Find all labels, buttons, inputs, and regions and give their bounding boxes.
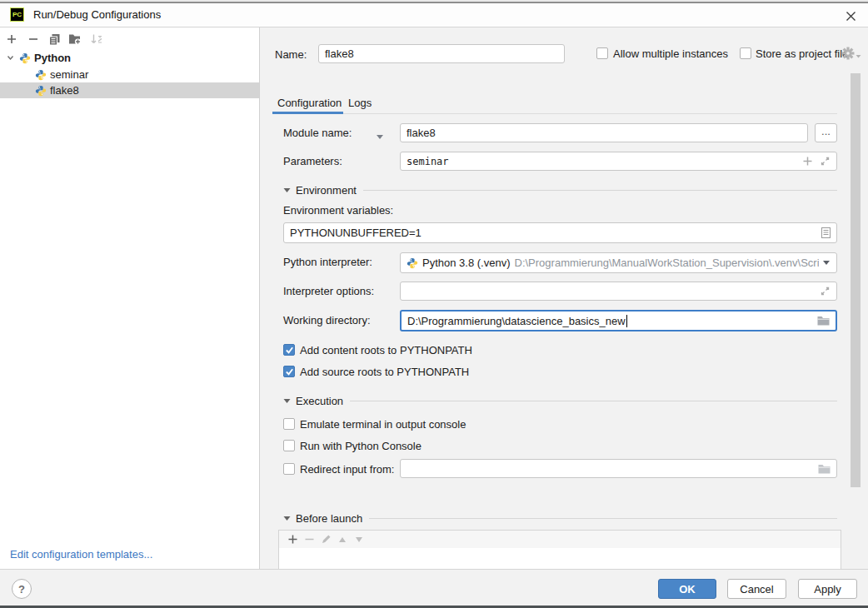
- collapse-triangle-icon: [283, 187, 291, 193]
- move-task-up-button[interactable]: [334, 533, 351, 546]
- section-title: Execution: [296, 395, 343, 407]
- interpreter-options-input[interactable]: [400, 282, 837, 301]
- interpreter-options-label: Interpreter options:: [283, 285, 374, 297]
- configurations-sidebar: Python seminar f: [0, 27, 260, 569]
- chevron-down-icon: [376, 134, 384, 140]
- apply-button[interactable]: Apply: [798, 579, 857, 599]
- section-divider: [363, 190, 837, 191]
- close-icon: [846, 11, 856, 22]
- new-folder-icon: [68, 33, 82, 45]
- tab-logs[interactable]: Logs: [348, 97, 372, 109]
- new-folder-button[interactable]: [67, 32, 82, 47]
- apply-label: Apply: [814, 583, 841, 596]
- python-icon: [407, 257, 418, 269]
- expand-field-button[interactable]: [820, 286, 831, 297]
- allow-multiple-instances-label: Allow multiple instances: [613, 47, 728, 60]
- edit-variables-button[interactable]: [821, 227, 831, 238]
- copy-icon: [48, 33, 61, 46]
- remove-task-button[interactable]: [301, 533, 317, 546]
- run-python-console-label: Run with Python Console: [300, 440, 422, 452]
- triangle-up-icon: [338, 536, 347, 543]
- add-source-roots-checkbox[interactable]: [283, 366, 295, 377]
- add-content-roots-checkbox[interactable]: [283, 344, 295, 356]
- tree-item-seminar[interactable]: seminar: [0, 67, 259, 82]
- list-icon: [821, 227, 831, 238]
- sort-configurations-button[interactable]: [89, 32, 104, 47]
- module-name-label: Module name:: [283, 127, 352, 139]
- copy-configuration-button[interactable]: [47, 32, 62, 47]
- collapse-triangle-icon: [283, 516, 291, 521]
- parameters-input[interactable]: seminar: [400, 152, 837, 171]
- module-name-type-dropdown[interactable]: [376, 130, 384, 142]
- before-launch-task-list[interactable]: [278, 548, 841, 569]
- ok-button[interactable]: OK: [658, 579, 716, 599]
- environment-variables-value: PYTHONUNBUFFERED=1: [290, 227, 422, 239]
- triangle-down-icon: [355, 536, 363, 543]
- close-button[interactable]: [840, 7, 861, 24]
- expand-field-button[interactable]: [820, 156, 831, 167]
- run-python-console-checkbox[interactable]: [283, 440, 295, 451]
- cancel-label: Cancel: [740, 583, 773, 596]
- tab-configuration[interactable]: Configuration: [277, 97, 342, 109]
- minus-icon: [304, 534, 315, 545]
- text-caret: [626, 315, 627, 327]
- chevron-down-icon[interactable]: [6, 53, 15, 62]
- chevron-down-icon: [822, 260, 831, 266]
- redirect-input-label: Redirect input from:: [300, 463, 394, 476]
- check-icon: [285, 367, 294, 376]
- check-icon: [285, 346, 294, 355]
- name-label: Name:: [275, 48, 307, 61]
- add-macro-button[interactable]: [802, 156, 813, 167]
- help-button[interactable]: ?: [12, 579, 32, 599]
- store-options-gear-button[interactable]: [841, 47, 861, 60]
- store-as-project-file-checkbox[interactable]: [740, 47, 751, 59]
- browse-folder-button[interactable]: [818, 464, 831, 474]
- allow-multiple-instances-checkbox[interactable]: [596, 47, 608, 59]
- browse-folder-button[interactable]: [817, 316, 830, 326]
- ok-label: OK: [679, 583, 696, 596]
- add-task-button[interactable]: [284, 533, 301, 546]
- cancel-button[interactable]: Cancel: [727, 579, 786, 599]
- move-task-down-button[interactable]: [351, 533, 367, 546]
- expand-icon: [820, 286, 831, 297]
- vertical-scrollbar[interactable]: [851, 73, 861, 487]
- tree-item-label: flake8: [50, 84, 79, 97]
- dialog-footer: ? OK Cancel Apply: [0, 569, 868, 606]
- collapse-triangle-icon: [283, 398, 291, 404]
- chevron-down-icon: [856, 47, 861, 59]
- environment-variables-input[interactable]: PYTHONUNBUFFERED=1: [283, 222, 837, 243]
- sort-alphabetically-icon: [90, 33, 103, 45]
- browse-ellipsis-label: ...: [821, 125, 831, 137]
- pencil-icon: [321, 534, 332, 545]
- tree-group-python[interactable]: Python: [0, 50, 259, 66]
- name-value: flake8: [325, 47, 354, 60]
- pycharm-logo-icon: PC: [10, 7, 24, 22]
- execution-section-header[interactable]: Execution: [283, 395, 837, 407]
- help-question-icon: ?: [18, 583, 25, 596]
- before-launch-section-header[interactable]: Before launch: [283, 512, 837, 525]
- redirect-input-input[interactable]: [400, 459, 837, 478]
- folder-icon: [817, 316, 830, 326]
- remove-configuration-button[interactable]: [26, 32, 41, 47]
- python-interpreter-combobox[interactable]: Python 3.8 (.venv) D:\Programmierung\Man…: [400, 252, 837, 273]
- title-bar: PC Run/Debug Configurations: [0, 3, 868, 27]
- module-name-input[interactable]: flake8: [400, 123, 808, 142]
- edit-configuration-templates-link[interactable]: Edit configuration templates...: [10, 548, 152, 561]
- emulate-terminal-checkbox[interactable]: [283, 418, 295, 430]
- parameters-value: seminar: [407, 156, 449, 167]
- working-directory-input[interactable]: D:\Programmierung\datascience_basics_new: [400, 310, 837, 331]
- python-interpreter-label: Python interpreter:: [283, 256, 372, 268]
- plus-icon: [6, 33, 17, 45]
- add-configuration-button[interactable]: [4, 32, 19, 47]
- gear-icon: [841, 47, 855, 60]
- redirect-input-checkbox[interactable]: [283, 463, 295, 475]
- edit-task-button[interactable]: [317, 533, 334, 546]
- module-browse-button[interactable]: ...: [815, 123, 837, 142]
- before-launch-toolbar: [278, 530, 841, 549]
- environment-section-header[interactable]: Environment: [283, 184, 837, 197]
- working-directory-label: Working directory:: [283, 314, 371, 326]
- section-divider: [350, 401, 837, 401]
- active-tab-underline: [272, 112, 343, 114]
- tree-item-flake8-selected[interactable]: flake8: [0, 82, 259, 98]
- name-input[interactable]: flake8: [318, 44, 565, 63]
